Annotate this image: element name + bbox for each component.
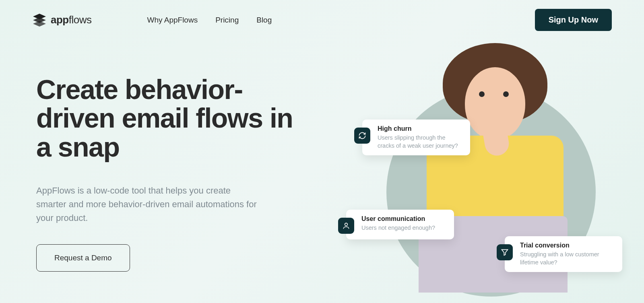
refresh-icon xyxy=(354,128,370,144)
top-nav: appflows Why AppFlows Pricing Blog Sign … xyxy=(0,0,644,31)
card-trial-conversion: Trial conversion Struggling with a low c… xyxy=(505,236,622,272)
logo-icon xyxy=(32,14,47,27)
nav-link-blog[interactable]: Blog xyxy=(256,16,272,25)
hero-illustration: High churn Users slipping through the cr… xyxy=(346,39,612,289)
funnel-icon xyxy=(497,244,513,260)
logo-text: appflows xyxy=(51,14,91,26)
hero-subtitle: AppFlows is a low-code tool that helps y… xyxy=(36,184,262,225)
nav-links: Why AppFlows Pricing Blog xyxy=(147,16,272,25)
card-user-communication: User communication Users not engaged eno… xyxy=(346,210,454,239)
signup-button[interactable]: Sign Up Now xyxy=(535,9,612,31)
svg-marker-2 xyxy=(33,21,46,27)
logo[interactable]: appflows xyxy=(32,14,91,27)
svg-point-3 xyxy=(345,223,348,226)
card-title: Trial conversion xyxy=(520,242,615,249)
hero-section: Create behavior-driven email flows in a … xyxy=(0,31,644,272)
card-desc: Struggling with a low customer lifetime … xyxy=(520,251,615,266)
card-title: High churn xyxy=(378,125,463,132)
card-desc: Users slipping through the cracks of a w… xyxy=(378,134,463,150)
hero-copy: Create behavior-driven email flows in a … xyxy=(36,75,294,272)
nav-link-pricing[interactable]: Pricing xyxy=(215,16,239,25)
request-demo-button[interactable]: Request a Demo xyxy=(36,244,130,272)
nav-link-why[interactable]: Why AppFlows xyxy=(147,16,198,25)
hero-title: Create behavior-driven email flows in a … xyxy=(36,75,294,161)
user-icon xyxy=(338,218,354,234)
card-title: User communication xyxy=(361,215,435,223)
card-high-churn: High churn Users slipping through the cr… xyxy=(362,120,470,155)
card-desc: Users not engaged enough? xyxy=(361,224,435,232)
